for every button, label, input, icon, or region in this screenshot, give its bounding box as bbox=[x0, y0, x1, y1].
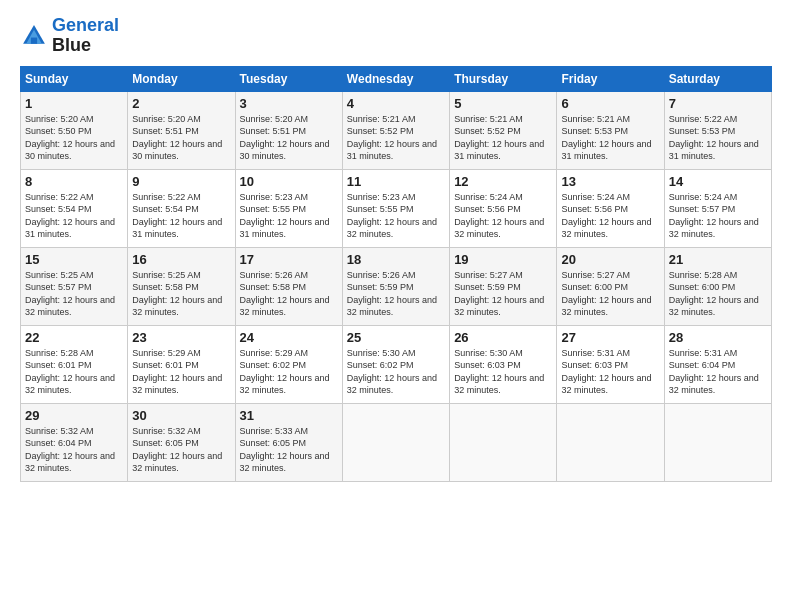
calendar-cell: 13Sunrise: 5:24 AMSunset: 5:56 PMDayligh… bbox=[557, 169, 664, 247]
calendar-cell: 12Sunrise: 5:24 AMSunset: 5:56 PMDayligh… bbox=[450, 169, 557, 247]
logo-icon bbox=[20, 22, 48, 50]
calendar-cell: 16Sunrise: 5:25 AMSunset: 5:58 PMDayligh… bbox=[128, 247, 235, 325]
day-number: 14 bbox=[669, 174, 767, 189]
cell-info: Sunrise: 5:29 AMSunset: 6:01 PMDaylight:… bbox=[132, 347, 230, 397]
calendar-cell: 15Sunrise: 5:25 AMSunset: 5:57 PMDayligh… bbox=[21, 247, 128, 325]
cell-info: Sunrise: 5:25 AMSunset: 5:58 PMDaylight:… bbox=[132, 269, 230, 319]
cell-info: Sunrise: 5:30 AMSunset: 6:02 PMDaylight:… bbox=[347, 347, 445, 397]
calendar-cell bbox=[557, 403, 664, 481]
col-header-saturday: Saturday bbox=[664, 66, 771, 91]
logo-text-blue: Blue bbox=[52, 36, 119, 56]
col-header-wednesday: Wednesday bbox=[342, 66, 449, 91]
cell-info: Sunrise: 5:26 AMSunset: 5:59 PMDaylight:… bbox=[347, 269, 445, 319]
day-number: 7 bbox=[669, 96, 767, 111]
svg-rect-2 bbox=[31, 37, 37, 43]
calendar-cell: 30Sunrise: 5:32 AMSunset: 6:05 PMDayligh… bbox=[128, 403, 235, 481]
calendar-cell: 14Sunrise: 5:24 AMSunset: 5:57 PMDayligh… bbox=[664, 169, 771, 247]
calendar-cell: 21Sunrise: 5:28 AMSunset: 6:00 PMDayligh… bbox=[664, 247, 771, 325]
day-number: 13 bbox=[561, 174, 659, 189]
day-number: 6 bbox=[561, 96, 659, 111]
calendar-cell: 20Sunrise: 5:27 AMSunset: 6:00 PMDayligh… bbox=[557, 247, 664, 325]
day-number: 20 bbox=[561, 252, 659, 267]
calendar-cell: 4Sunrise: 5:21 AMSunset: 5:52 PMDaylight… bbox=[342, 91, 449, 169]
day-number: 11 bbox=[347, 174, 445, 189]
calendar-cell bbox=[664, 403, 771, 481]
cell-info: Sunrise: 5:21 AMSunset: 5:53 PMDaylight:… bbox=[561, 113, 659, 163]
cell-info: Sunrise: 5:23 AMSunset: 5:55 PMDaylight:… bbox=[347, 191, 445, 241]
cell-info: Sunrise: 5:22 AMSunset: 5:53 PMDaylight:… bbox=[669, 113, 767, 163]
day-number: 23 bbox=[132, 330, 230, 345]
header: General Blue bbox=[20, 16, 772, 56]
week-row-4: 22Sunrise: 5:28 AMSunset: 6:01 PMDayligh… bbox=[21, 325, 772, 403]
calendar-cell: 2Sunrise: 5:20 AMSunset: 5:51 PMDaylight… bbox=[128, 91, 235, 169]
calendar-cell: 10Sunrise: 5:23 AMSunset: 5:55 PMDayligh… bbox=[235, 169, 342, 247]
day-number: 29 bbox=[25, 408, 123, 423]
calendar-cell: 19Sunrise: 5:27 AMSunset: 5:59 PMDayligh… bbox=[450, 247, 557, 325]
day-number: 25 bbox=[347, 330, 445, 345]
calendar-cell: 17Sunrise: 5:26 AMSunset: 5:58 PMDayligh… bbox=[235, 247, 342, 325]
cell-info: Sunrise: 5:23 AMSunset: 5:55 PMDaylight:… bbox=[240, 191, 338, 241]
cell-info: Sunrise: 5:25 AMSunset: 5:57 PMDaylight:… bbox=[25, 269, 123, 319]
calendar-cell: 5Sunrise: 5:21 AMSunset: 5:52 PMDaylight… bbox=[450, 91, 557, 169]
day-number: 27 bbox=[561, 330, 659, 345]
cell-info: Sunrise: 5:26 AMSunset: 5:58 PMDaylight:… bbox=[240, 269, 338, 319]
day-number: 17 bbox=[240, 252, 338, 267]
col-header-sunday: Sunday bbox=[21, 66, 128, 91]
cell-info: Sunrise: 5:22 AMSunset: 5:54 PMDaylight:… bbox=[25, 191, 123, 241]
calendar-cell: 28Sunrise: 5:31 AMSunset: 6:04 PMDayligh… bbox=[664, 325, 771, 403]
day-number: 21 bbox=[669, 252, 767, 267]
calendar-table: SundayMondayTuesdayWednesdayThursdayFrid… bbox=[20, 66, 772, 482]
calendar-cell: 31Sunrise: 5:33 AMSunset: 6:05 PMDayligh… bbox=[235, 403, 342, 481]
calendar-cell: 24Sunrise: 5:29 AMSunset: 6:02 PMDayligh… bbox=[235, 325, 342, 403]
day-number: 9 bbox=[132, 174, 230, 189]
day-number: 16 bbox=[132, 252, 230, 267]
calendar-cell: 7Sunrise: 5:22 AMSunset: 5:53 PMDaylight… bbox=[664, 91, 771, 169]
calendar-cell: 9Sunrise: 5:22 AMSunset: 5:54 PMDaylight… bbox=[128, 169, 235, 247]
calendar-cell: 18Sunrise: 5:26 AMSunset: 5:59 PMDayligh… bbox=[342, 247, 449, 325]
cell-info: Sunrise: 5:29 AMSunset: 6:02 PMDaylight:… bbox=[240, 347, 338, 397]
cell-info: Sunrise: 5:20 AMSunset: 5:50 PMDaylight:… bbox=[25, 113, 123, 163]
day-number: 30 bbox=[132, 408, 230, 423]
week-row-5: 29Sunrise: 5:32 AMSunset: 6:04 PMDayligh… bbox=[21, 403, 772, 481]
page: General Blue SundayMondayTuesdayWednesda… bbox=[0, 0, 792, 612]
day-number: 19 bbox=[454, 252, 552, 267]
day-number: 3 bbox=[240, 96, 338, 111]
day-number: 2 bbox=[132, 96, 230, 111]
day-number: 26 bbox=[454, 330, 552, 345]
cell-info: Sunrise: 5:31 AMSunset: 6:04 PMDaylight:… bbox=[669, 347, 767, 397]
cell-info: Sunrise: 5:32 AMSunset: 6:04 PMDaylight:… bbox=[25, 425, 123, 475]
calendar-header-row: SundayMondayTuesdayWednesdayThursdayFrid… bbox=[21, 66, 772, 91]
cell-info: Sunrise: 5:24 AMSunset: 5:57 PMDaylight:… bbox=[669, 191, 767, 241]
cell-info: Sunrise: 5:24 AMSunset: 5:56 PMDaylight:… bbox=[561, 191, 659, 241]
calendar-cell: 22Sunrise: 5:28 AMSunset: 6:01 PMDayligh… bbox=[21, 325, 128, 403]
logo-text-general: General bbox=[52, 16, 119, 36]
cell-info: Sunrise: 5:24 AMSunset: 5:56 PMDaylight:… bbox=[454, 191, 552, 241]
cell-info: Sunrise: 5:31 AMSunset: 6:03 PMDaylight:… bbox=[561, 347, 659, 397]
day-number: 4 bbox=[347, 96, 445, 111]
day-number: 1 bbox=[25, 96, 123, 111]
calendar-cell: 25Sunrise: 5:30 AMSunset: 6:02 PMDayligh… bbox=[342, 325, 449, 403]
calendar-cell: 6Sunrise: 5:21 AMSunset: 5:53 PMDaylight… bbox=[557, 91, 664, 169]
cell-info: Sunrise: 5:33 AMSunset: 6:05 PMDaylight:… bbox=[240, 425, 338, 475]
calendar-cell: 1Sunrise: 5:20 AMSunset: 5:50 PMDaylight… bbox=[21, 91, 128, 169]
day-number: 22 bbox=[25, 330, 123, 345]
cell-info: Sunrise: 5:21 AMSunset: 5:52 PMDaylight:… bbox=[347, 113, 445, 163]
calendar-cell: 26Sunrise: 5:30 AMSunset: 6:03 PMDayligh… bbox=[450, 325, 557, 403]
calendar-cell bbox=[450, 403, 557, 481]
calendar-cell: 29Sunrise: 5:32 AMSunset: 6:04 PMDayligh… bbox=[21, 403, 128, 481]
cell-info: Sunrise: 5:20 AMSunset: 5:51 PMDaylight:… bbox=[240, 113, 338, 163]
calendar-cell: 11Sunrise: 5:23 AMSunset: 5:55 PMDayligh… bbox=[342, 169, 449, 247]
cell-info: Sunrise: 5:21 AMSunset: 5:52 PMDaylight:… bbox=[454, 113, 552, 163]
col-header-thursday: Thursday bbox=[450, 66, 557, 91]
logo: General Blue bbox=[20, 16, 119, 56]
day-number: 28 bbox=[669, 330, 767, 345]
cell-info: Sunrise: 5:27 AMSunset: 6:00 PMDaylight:… bbox=[561, 269, 659, 319]
week-row-3: 15Sunrise: 5:25 AMSunset: 5:57 PMDayligh… bbox=[21, 247, 772, 325]
calendar-cell: 23Sunrise: 5:29 AMSunset: 6:01 PMDayligh… bbox=[128, 325, 235, 403]
cell-info: Sunrise: 5:20 AMSunset: 5:51 PMDaylight:… bbox=[132, 113, 230, 163]
cell-info: Sunrise: 5:30 AMSunset: 6:03 PMDaylight:… bbox=[454, 347, 552, 397]
cell-info: Sunrise: 5:22 AMSunset: 5:54 PMDaylight:… bbox=[132, 191, 230, 241]
cell-info: Sunrise: 5:28 AMSunset: 6:00 PMDaylight:… bbox=[669, 269, 767, 319]
calendar-cell: 8Sunrise: 5:22 AMSunset: 5:54 PMDaylight… bbox=[21, 169, 128, 247]
cell-info: Sunrise: 5:27 AMSunset: 5:59 PMDaylight:… bbox=[454, 269, 552, 319]
